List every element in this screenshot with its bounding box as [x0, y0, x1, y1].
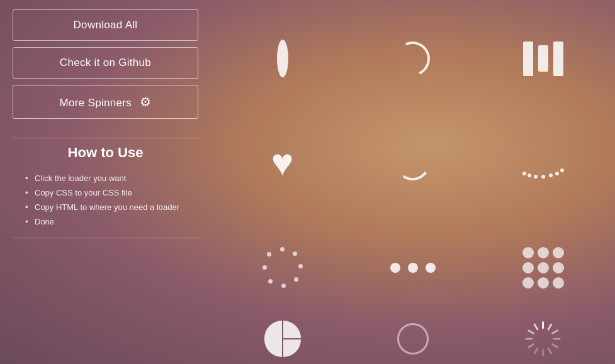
how-to-use-title: How to Use — [22, 145, 189, 161]
dot-2 — [408, 263, 418, 273]
spinner-bars — [523, 41, 563, 76]
dot — [280, 247, 285, 251]
spinners-grid: ♥ — [211, 0, 615, 364]
dot — [538, 247, 549, 258]
spinner-grid-dots — [522, 247, 564, 289]
dot — [522, 247, 534, 258]
line — [551, 343, 559, 349]
dot — [528, 174, 531, 177]
download-all-button[interactable]: Download All — [13, 9, 198, 41]
dot — [549, 174, 553, 177]
line — [528, 329, 535, 335]
how-to-use-list: Click the loader you want Copy CSS to yo… — [22, 174, 189, 226]
line — [548, 347, 553, 355]
dot — [538, 277, 549, 289]
dot — [268, 279, 273, 284]
dot — [553, 262, 564, 273]
dot — [298, 264, 303, 268]
spinner-arc2 — [393, 143, 433, 184]
spinner-radial — [524, 320, 562, 358]
dot — [555, 172, 559, 175]
line — [526, 338, 533, 339]
line — [542, 349, 544, 356]
line — [528, 343, 535, 349]
bar-3 — [553, 41, 563, 76]
wedge-left — [264, 321, 282, 357]
dot — [553, 247, 564, 258]
dot — [522, 172, 526, 175]
line — [548, 323, 553, 331]
dot — [553, 277, 564, 289]
spinner-circle-outline-cell[interactable] — [347, 320, 478, 358]
list-item: Done — [25, 217, 189, 226]
spinner-dot-arc — [521, 147, 565, 179]
spinner-radial-cell[interactable] — [478, 320, 609, 358]
github-button[interactable]: Check it on Github — [13, 47, 198, 79]
spinner-three-dots — [390, 263, 436, 273]
dot-1 — [390, 263, 400, 273]
dot — [262, 265, 267, 270]
dot — [267, 252, 271, 256]
spinner-pacman-cell[interactable] — [217, 320, 347, 358]
line — [553, 338, 561, 339]
spinner-arc1 — [391, 36, 435, 80]
spinner-circle-dots-cell[interactable] — [217, 216, 347, 320]
dot-3 — [426, 263, 436, 273]
spinner-arc1-cell[interactable] — [347, 6, 478, 111]
left-panel: Download All Check it on Github More Spi… — [0, 0, 211, 364]
how-to-use-section: How to Use Click the loader you want Cop… — [13, 138, 198, 238]
dot — [522, 262, 534, 273]
spinner-arc2-cell[interactable] — [347, 111, 478, 215]
spinner-circle-outline — [397, 323, 429, 355]
dot — [538, 262, 549, 273]
dot — [534, 175, 538, 179]
spinner-three-dots-cell[interactable] — [347, 216, 478, 320]
list-item: Click the loader you want — [25, 174, 189, 183]
wedge-br — [283, 339, 301, 357]
spinner-circle-dots — [261, 246, 305, 290]
spinner-heart-cell[interactable]: ♥ — [217, 111, 347, 215]
line — [542, 321, 544, 329]
line — [534, 347, 539, 355]
line — [534, 323, 539, 331]
spinner-bars-cell[interactable] — [478, 6, 609, 111]
list-item: Copy CSS to your CSS file — [25, 188, 189, 197]
more-spinners-label: More Spinners — [60, 97, 132, 109]
line — [551, 329, 559, 335]
dot — [294, 277, 298, 282]
spinner-heart: ♥ — [271, 144, 294, 182]
dot — [560, 168, 564, 172]
spinner-grid-dots-cell[interactable] — [478, 216, 609, 320]
bar-1 — [523, 41, 533, 76]
spinner-icon: ⚙ — [140, 95, 151, 109]
spinner-oval — [277, 40, 288, 77]
bar-2 — [538, 45, 548, 72]
dot — [541, 175, 545, 179]
spinner-pacman — [264, 321, 301, 357]
list-item: Copy HTML to where you need a loader — [25, 202, 189, 212]
dot — [281, 284, 286, 288]
spinner-oval-cell[interactable] — [217, 6, 347, 111]
dot — [522, 277, 534, 289]
wedge-tr — [283, 321, 301, 338]
spinner-dot-arc-cell[interactable] — [478, 111, 609, 215]
more-spinners-button[interactable]: More Spinners ⚙ — [13, 85, 198, 119]
dot — [293, 251, 297, 256]
